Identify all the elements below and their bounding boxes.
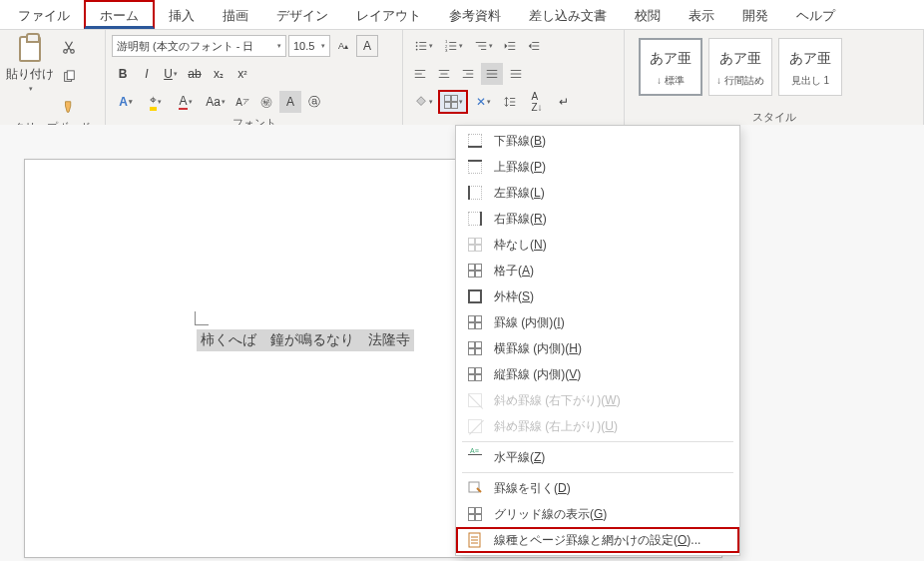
shading-icon[interactable]: ▾: [409, 91, 437, 113]
font-color-icon[interactable]: A▾: [172, 91, 200, 113]
phonetic-guide-icon[interactable]: Aア: [231, 91, 253, 113]
italic-icon[interactable]: I: [136, 63, 158, 85]
underline-icon[interactable]: U▾: [160, 63, 182, 85]
svg-point-0: [64, 50, 68, 54]
menu-developer[interactable]: 開発: [728, 2, 782, 28]
border-menu-top[interactable]: 上罫線(P): [456, 154, 739, 180]
font-name-select[interactable]: 游明朝 (本文のフォント - 日▾: [112, 35, 286, 57]
menu-file[interactable]: ファイル: [4, 2, 84, 28]
text-effects-icon[interactable]: A▾: [112, 91, 140, 113]
char-shading-icon[interactable]: A: [279, 91, 301, 113]
paste-button[interactable]: 貼り付け ▾: [6, 34, 54, 93]
decrease-indent-icon[interactable]: [499, 35, 521, 57]
menu-review[interactable]: 校閲: [621, 2, 675, 28]
menu-home[interactable]: ホーム: [84, 0, 155, 29]
sort-icon[interactable]: AZ↓: [523, 91, 551, 113]
highlight-icon[interactable]: ⌖▾: [142, 91, 170, 113]
subscript-icon[interactable]: x₂: [208, 63, 230, 85]
styles-label: スタイル: [631, 108, 917, 124]
group-styles: あア亜 ↓ 標準 あア亜 ↓ 行間詰め あア亜 見出し 1 スタイル: [625, 30, 924, 126]
border-menu-inside[interactable]: 罫線 (内側)(I): [456, 309, 739, 335]
enclose-char-icon[interactable]: ㊙: [255, 91, 277, 113]
svg-point-8: [415, 49, 417, 51]
style-no-spacing[interactable]: あア亜 ↓ 行間詰め: [708, 38, 772, 96]
multilevel-list-icon[interactable]: ▾: [469, 35, 497, 57]
menu-mailings[interactable]: 差し込み文書: [515, 2, 621, 28]
borders-button[interactable]: ▾: [439, 91, 467, 113]
increase-indent-icon[interactable]: [523, 35, 545, 57]
asian-layout-icon[interactable]: ✕▾: [469, 91, 497, 113]
clipboard-icon: [19, 36, 41, 62]
border-gridlines-icon: [466, 505, 484, 523]
cut-icon[interactable]: [58, 36, 80, 58]
change-case-icon[interactable]: Aa▾: [202, 91, 230, 113]
show-marks-icon[interactable]: ↵: [553, 91, 575, 113]
group-paragraph: ▾ 123▾ ▾ ▾ ▾ ✕▾ AZ↓ ↵: [403, 30, 625, 126]
border-menu-diag-down: 斜め罫線 (右下がり)(W): [456, 387, 739, 413]
svg-point-4: [415, 42, 417, 44]
border-box-icon: [466, 287, 484, 305]
border-inside-icon: [466, 313, 484, 331]
ribbon: 貼り付け ▾ クリップボード 游明朝 (本文のフォント - 日▾ 10.5▾ A…: [0, 30, 924, 127]
border-menu-left[interactable]: 左罫線(L): [456, 180, 739, 206]
bold-icon[interactable]: B: [112, 63, 134, 85]
svg-point-6: [415, 45, 417, 47]
menu-insert[interactable]: 挿入: [155, 2, 209, 28]
border-top-icon: [466, 158, 484, 176]
border-menu-gridlines[interactable]: グリッド線の表示(G): [456, 501, 739, 527]
distributed-icon[interactable]: [505, 63, 527, 85]
border-menu-none[interactable]: 枠なし(N): [456, 232, 739, 258]
border-menu-hr[interactable]: A≡水平線(Z): [456, 444, 739, 470]
border-left-icon: [466, 184, 484, 202]
border-draw-icon: [466, 479, 484, 497]
border-hr-icon: A≡: [466, 448, 484, 466]
strikethrough-icon[interactable]: ab: [184, 63, 206, 85]
line-spacing-icon[interactable]: [499, 91, 521, 113]
border-bottom-icon: [466, 132, 484, 150]
border-menu-grid[interactable]: 格子(A): [456, 258, 739, 283]
border-menu-diag-up: 斜め罫線 (右上がり)(U): [456, 413, 739, 439]
style-heading1[interactable]: あア亜 見出し 1: [778, 38, 842, 96]
border-vinside-icon: [466, 365, 484, 383]
menu-draw[interactable]: 描画: [209, 2, 262, 28]
style-normal[interactable]: あア亜 ↓ 標準: [639, 38, 702, 96]
align-justify-icon[interactable]: [481, 63, 503, 85]
svg-rect-43: [469, 482, 479, 492]
character-border-icon[interactable]: A: [356, 35, 378, 57]
border-grid-icon: [466, 262, 484, 280]
border-menu-bottom[interactable]: 下罫線(B): [456, 128, 739, 154]
border-menu-box[interactable]: 外枠(S): [456, 283, 739, 309]
enclose-circle-icon[interactable]: ⓐ: [303, 91, 325, 113]
border-menu-settings[interactable]: 線種とページ罫線と網かけの設定(O)...: [456, 527, 739, 553]
selected-text[interactable]: 柿くへば 鐘が鳴るなり 法隆寺: [197, 329, 414, 351]
menu-view[interactable]: 表示: [675, 2, 728, 28]
increase-font-icon[interactable]: A▴: [332, 35, 354, 57]
format-painter-icon[interactable]: [58, 96, 80, 118]
border-menu-hinside[interactable]: 横罫線 (内側)(H): [456, 335, 739, 361]
superscript-icon[interactable]: x²: [231, 63, 253, 85]
align-left-icon[interactable]: [409, 63, 431, 85]
border-right-icon: [466, 210, 484, 228]
menu-references[interactable]: 参考資料: [435, 2, 515, 28]
border-diag-down-icon: [466, 391, 484, 409]
copy-icon[interactable]: [58, 66, 80, 88]
numbering-icon[interactable]: 123▾: [439, 35, 467, 57]
border-menu-draw[interactable]: 罫線を引く(D): [456, 475, 739, 501]
align-center-icon[interactable]: [433, 63, 455, 85]
menu-separator: [462, 441, 733, 442]
svg-rect-3: [67, 71, 74, 80]
align-right-icon[interactable]: [457, 63, 479, 85]
menu-design[interactable]: デザイン: [262, 2, 342, 28]
paragraph-label: [409, 114, 618, 124]
border-menu-vinside[interactable]: 縦罫線 (内側)(V): [456, 361, 739, 387]
border-diag-up-icon: [466, 417, 484, 435]
svg-point-1: [71, 50, 75, 54]
menu-layout[interactable]: レイアウト: [342, 2, 435, 28]
menu-help[interactable]: ヘルプ: [782, 2, 849, 28]
bullets-icon[interactable]: ▾: [409, 35, 437, 57]
cursor-mark: [195, 309, 211, 325]
font-size-select[interactable]: 10.5▾: [288, 35, 330, 57]
border-none-icon: [466, 236, 484, 254]
borders-dropdown: 下罫線(B)上罫線(P)左罫線(L)右罫線(R)枠なし(N)格子(A)外枠(S)…: [455, 125, 740, 556]
border-menu-right[interactable]: 右罫線(R): [456, 206, 739, 232]
